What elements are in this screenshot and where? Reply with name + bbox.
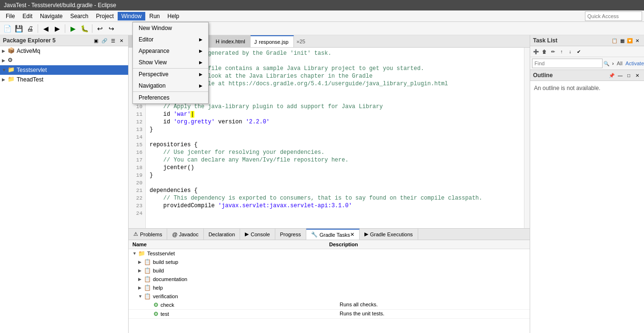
console-icon: ▶ — [245, 231, 249, 237]
tree-item-activemq[interactable]: ▶ 📦 ActiveMq — [0, 46, 128, 56]
outline-pin-icon[interactable]: 📌 — [608, 71, 615, 79]
undo-btn[interactable]: ↩ — [95, 23, 105, 34]
console-label: Console — [251, 232, 270, 237]
tab-response-jsp[interactable]: J response.jsp — [251, 35, 294, 47]
progress-label: Progress — [280, 232, 301, 237]
task-edit-icon[interactable]: ✏ — [549, 48, 557, 55]
prev-btn[interactable]: ◀ — [40, 23, 51, 34]
tab-gradle-tasks[interactable]: 🔧 Gradle Tasks ✕ — [306, 229, 360, 240]
dropdown-new-window[interactable]: New Window — [133, 22, 208, 34]
menu-icon[interactable]: ☰ — [109, 37, 117, 44]
find-input[interactable] — [532, 59, 603, 68]
toolbar-sep1 — [38, 24, 38, 33]
code-line-14 — [150, 133, 520, 141]
gradle-group-build-setup[interactable]: ▶ 📋 build setup — [129, 258, 530, 266]
task-add-icon[interactable]: ➕ — [532, 48, 540, 55]
task-list-new-icon[interactable]: 📋 — [611, 37, 618, 44]
menu-run[interactable]: Run — [145, 12, 163, 20]
run-btn[interactable]: ▶ — [68, 23, 78, 34]
menu-window[interactable]: Window — [118, 12, 146, 20]
problems-label: Problems — [140, 232, 162, 237]
gradle-task-test[interactable]: ⚙ test Runs the unit tests. — [129, 310, 530, 319]
outline-content: An outline is not available. — [530, 81, 644, 95]
gradle-task-check[interactable]: ⚙ check Runs all checks. — [129, 301, 530, 310]
outline-close-icon[interactable]: ✕ — [634, 71, 641, 79]
gradle-group-help[interactable]: ▶ 📋 help — [129, 283, 530, 292]
debug-btn[interactable]: 🐛 — [79, 23, 90, 34]
code-line-10: // Apply the java-library plugin to add … — [150, 103, 520, 111]
dropdown-appearance[interactable]: Appearance ▶ — [133, 45, 208, 57]
gradle-group-build[interactable]: ▶ 📋 build — [129, 266, 530, 275]
task-move-down-icon[interactable]: ↓ — [566, 48, 574, 55]
link-icon[interactable]: 🔗 — [101, 37, 108, 44]
verification-arrow: ▼ — [138, 294, 144, 299]
response-tab-icon: J — [254, 39, 257, 45]
dropdown-editor[interactable]: Editor ▶ — [133, 34, 208, 45]
dropdown-show-view[interactable]: Show View ▶ — [133, 57, 208, 68]
gradle-group-verification[interactable]: ▼ 📋 verification — [129, 292, 530, 301]
tree-item-thead[interactable]: ▶ 📁 TheadTest — [0, 75, 128, 84]
package-tree: ▶ 📦 ActiveMq ▶ ⚙ ▼ 📁 Tesstservlet ▶ 📁 Th… — [0, 46, 128, 84]
task-list-filter-icon[interactable]: ▦ — [618, 37, 626, 44]
dropdown-perspective[interactable]: Perspective ▶ — [133, 68, 208, 80]
outline-title: Outline — [533, 72, 553, 79]
ln-17: 17 — [131, 156, 142, 164]
quick-access-container — [585, 11, 642, 21]
menu-project[interactable]: Project — [92, 12, 117, 20]
tab-index-html[interactable]: H index.html — [212, 35, 251, 47]
find-search-icon[interactable]: 🔍 — [604, 60, 609, 67]
menu-search[interactable]: Search — [66, 12, 92, 20]
task-move-up-icon[interactable]: ↑ — [558, 48, 565, 55]
gradle-tasks-close[interactable]: ✕ — [350, 232, 354, 238]
package-explorer-header: Package Explorer 5 ▣ 🔗 ☰ ✕ — [0, 35, 128, 46]
menu-file[interactable]: File — [2, 12, 19, 20]
menu-help[interactable]: Help — [164, 12, 183, 20]
dropdown-preferences[interactable]: Preferences — [133, 91, 208, 103]
save-btn[interactable]: 💾 — [13, 23, 24, 34]
verification-label: verification — [153, 293, 178, 299]
perspective-arrow: ▶ — [199, 72, 202, 77]
ln-18: 18 — [131, 164, 142, 172]
tab-progress[interactable]: Progress — [275, 229, 306, 240]
tab-declaration[interactable]: Declaration — [204, 229, 241, 240]
task-complete-icon[interactable]: ✔ — [575, 48, 583, 55]
outline-min-icon[interactable]: — — [616, 71, 624, 79]
check-task-desc: Runs all checks. — [340, 302, 526, 308]
tab-problems[interactable]: ⚠ Problems — [129, 229, 167, 240]
new-btn[interactable]: 📄 — [2, 23, 12, 34]
tree-item-gear[interactable]: ▶ ⚙ — [0, 56, 128, 65]
quick-access-input[interactable] — [585, 11, 642, 21]
gradle-group-documentation[interactable]: ▶ 📋 documentation — [129, 275, 530, 283]
activate-label[interactable]: Activate... — [624, 61, 644, 66]
collapse-icon[interactable]: ▣ — [92, 37, 100, 44]
root-collapse-arrow: ▼ — [132, 251, 138, 256]
problems-icon: ⚠ — [133, 231, 138, 237]
menu-edit[interactable]: Edit — [19, 12, 36, 20]
gradle-root[interactable]: ▼ 📁 Tesstservlet — [129, 249, 530, 258]
redo-btn[interactable]: ↪ — [106, 23, 117, 34]
next-btn[interactable]: ▶ — [52, 23, 62, 34]
close-icon[interactable]: ✕ — [118, 37, 125, 44]
gradle-tasks-label: Gradle Tasks — [320, 232, 350, 238]
more-tabs-indicator[interactable]: »25 — [294, 39, 308, 44]
panel-icon-group: ▣ 🔗 ☰ ✕ — [92, 37, 125, 44]
editor-scrollbar[interactable] — [524, 48, 530, 228]
show-view-arrow: ▶ — [199, 60, 202, 65]
task-list-title: Task List — [533, 37, 557, 44]
task-remove-icon[interactable]: 🗑 — [541, 48, 548, 55]
task-list-collapse-icon[interactable]: 🔽 — [626, 37, 634, 44]
ln-22: 22 — [131, 194, 142, 202]
outline-message: An outline is not available. — [534, 85, 600, 91]
tab-gradle-executions[interactable]: ▶ Gradle Executions — [360, 229, 418, 240]
task-list-close-icon[interactable]: ✕ — [634, 37, 641, 44]
tab-javadoc[interactable]: @ Javadoc — [167, 229, 203, 240]
tab-console[interactable]: ▶ Console — [240, 229, 275, 240]
build-setup-label: build setup — [153, 259, 178, 265]
tree-item-tesstservlet[interactable]: ▼ 📁 Tesstservlet — [0, 65, 128, 75]
dropdown-navigation[interactable]: Navigation ▶ — [133, 80, 208, 91]
menu-navigate[interactable]: Navigate — [36, 12, 66, 20]
print-btn[interactable]: 🖨 — [25, 23, 35, 34]
docs-icon: 📋 — [144, 276, 151, 283]
outline-max-icon[interactable]: □ — [625, 71, 633, 79]
ln-15: 15 — [131, 141, 142, 149]
